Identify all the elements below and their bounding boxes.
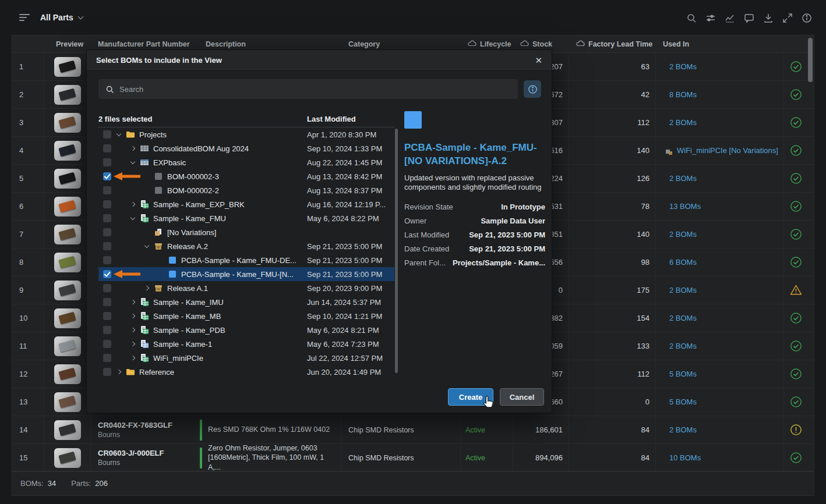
tree-row[interactable]: Sample - Kame_MB Sep 10, 2024 1:21 PM (98, 309, 394, 323)
checkbox[interactable] (103, 214, 111, 222)
expand-icon[interactable] (782, 13, 793, 23)
chevron-icon[interactable] (115, 370, 123, 374)
used-in-link[interactable]: 2 BOMs (656, 416, 784, 443)
part-preview-image[interactable] (54, 392, 81, 412)
chevron-icon[interactable] (129, 147, 137, 150)
used-in-link[interactable]: 13 BOMs (656, 193, 784, 220)
checkbox[interactable] (103, 354, 111, 362)
tree-row[interactable]: BOM-000002-2 Aug 13, 2024 8:37 PM (98, 183, 394, 197)
used-in-link[interactable]: WiFi_miniPCIe [No Variations] (656, 137, 784, 164)
used-in-link[interactable]: 2 BOMs (656, 276, 784, 304)
used-in-link[interactable]: 2 BOMs (656, 304, 784, 332)
part-preview-image[interactable] (54, 169, 81, 189)
column-header-category[interactable]: Category (341, 40, 461, 48)
checkbox[interactable] (103, 186, 111, 194)
column-header-stock[interactable]: Stock (513, 40, 569, 48)
info-button[interactable] (524, 80, 541, 98)
column-header-factory-lead-time[interactable]: Factory Lead Time (569, 40, 656, 48)
close-icon[interactable]: ✕ (535, 56, 542, 65)
part-preview-image[interactable] (54, 197, 81, 216)
cancel-button[interactable]: Cancel (500, 388, 544, 406)
chevron-down-icon[interactable] (77, 14, 83, 20)
tree-row[interactable]: WiFi_miniPCIe Jul 22, 2024 12:57 PM (98, 351, 394, 365)
column-header-lifecycle[interactable]: Lifecycle (461, 40, 513, 48)
chevron-icon[interactable] (129, 161, 137, 164)
part-preview-image[interactable] (54, 308, 81, 328)
used-in-link[interactable]: 5 BOMs (656, 360, 784, 388)
checkbox-checked[interactable] (103, 270, 111, 278)
tree-scrollbar[interactable] (395, 129, 398, 373)
menu-icon[interactable] (19, 14, 30, 21)
column-header-preview[interactable]: Preview (44, 40, 91, 48)
tree-row[interactable]: Sample - Kame_EXP_BRK Aug 16, 2024 12:19… (98, 197, 394, 211)
filter-settings-icon[interactable] (705, 13, 716, 23)
checkbox[interactable] (103, 242, 111, 250)
chart-icon[interactable] (725, 13, 735, 23)
checkbox[interactable] (103, 340, 111, 348)
view-selector[interactable]: All Parts (40, 13, 73, 22)
tree-row[interactable]: PCBA-Sample - Kame_FMU-[N... Sep 21, 202… (98, 267, 394, 281)
tree-row[interactable]: [No Variations] (98, 225, 394, 239)
chevron-icon[interactable] (129, 217, 137, 219)
tree-row[interactable]: Reference Jun 20, 2024 1:49 PM (98, 365, 394, 379)
part-preview-image[interactable] (54, 281, 81, 300)
part-preview-image[interactable] (54, 141, 81, 161)
used-in-link[interactable]: 6 BOMs (656, 249, 784, 276)
column-header-description[interactable]: Description (199, 40, 341, 48)
tree-row[interactable]: PCBA-Sample - Kame_FMU-DE... Sep 21, 202… (98, 253, 394, 267)
tree-row[interactable]: Release A.2 Sep 21, 2023 5:00 PM (98, 239, 394, 253)
used-in-link[interactable]: 2 BOMs (656, 109, 784, 136)
used-in-link[interactable]: 8 BOMs (656, 81, 784, 108)
used-in-link[interactable]: 5 BOMs (656, 388, 784, 416)
checkbox[interactable] (103, 158, 111, 166)
checkbox[interactable] (103, 144, 111, 152)
tree-row[interactable]: EXPbasic Aug 22, 2024 1:45 PM (98, 155, 394, 169)
tree-row[interactable]: BOM-000002-3 Aug 13, 2024 8:42 PM (98, 169, 394, 183)
checkbox[interactable] (103, 256, 111, 264)
download-icon[interactable] (763, 13, 774, 23)
tree-row[interactable]: Release A.1 Sep 20, 2023 9:00 PM (98, 281, 394, 295)
search-input[interactable] (119, 85, 492, 94)
part-preview-image[interactable] (54, 113, 81, 133)
chevron-icon[interactable] (129, 300, 137, 304)
chevron-icon[interactable] (143, 286, 151, 290)
column-header-used-in[interactable]: Used In (656, 40, 784, 48)
table-scrollbar[interactable] (808, 37, 813, 473)
checkbox[interactable] (103, 200, 111, 208)
checkbox[interactable] (103, 284, 111, 292)
checkbox[interactable] (103, 298, 111, 306)
chevron-icon[interactable] (129, 328, 137, 332)
info-icon[interactable] (802, 13, 812, 23)
part-preview-image[interactable] (54, 336, 81, 356)
chevron-icon[interactable] (129, 314, 137, 318)
used-in-link[interactable]: 2 BOMs (656, 332, 784, 360)
chevron-icon[interactable] (115, 133, 123, 136)
chevron-icon[interactable] (129, 203, 137, 206)
chevron-icon[interactable] (129, 342, 137, 346)
tree-row[interactable]: ConsolidatedBOM Aug 2024 Sep 10, 2024 1:… (98, 141, 394, 155)
part-preview-image[interactable] (54, 85, 81, 105)
chevron-icon[interactable] (143, 245, 151, 247)
used-in-link[interactable]: 2 BOMs (656, 165, 784, 192)
checkbox-checked[interactable] (103, 172, 111, 180)
tree-row[interactable]: Sample - Kame_PDB May 6, 2024 8:21 PM (98, 323, 394, 337)
used-in-link[interactable]: 10 BOMs (656, 444, 784, 471)
checkbox[interactable] (103, 326, 111, 334)
part-preview-image[interactable] (54, 225, 81, 244)
checkbox[interactable] (103, 228, 111, 236)
tree-row[interactable]: Sample - Kame_FMU May 6, 2024 8:22 PM (98, 211, 394, 225)
used-in-link[interactable]: 2 BOMs (656, 53, 784, 80)
used-in-link[interactable]: 2 BOMs (656, 221, 784, 248)
tree-row[interactable]: Sample - Kame-1 May 6, 2024 7:23 PM (98, 337, 394, 351)
checkbox[interactable] (103, 130, 111, 139)
part-preview-image[interactable] (54, 57, 81, 77)
column-header-manufacturer-part-number[interactable]: Manufacturer Part Number (91, 40, 199, 48)
part-preview-image[interactable] (54, 253, 81, 272)
create-button[interactable]: Create (448, 388, 493, 406)
table-row[interactable]: 14 CR0402-FX-7683GLFBourns Res SMD 768K … (12, 416, 814, 444)
part-preview-image[interactable] (54, 420, 81, 440)
tree-row[interactable]: Sample - Kame_IMU Jun 14, 2024 5:37 PM (98, 295, 394, 309)
comment-icon[interactable] (744, 13, 754, 23)
table-row[interactable]: 15 CR0603-J/-000ELFBourns Zero Ohm Resis… (12, 444, 814, 472)
search-box[interactable] (98, 79, 518, 99)
